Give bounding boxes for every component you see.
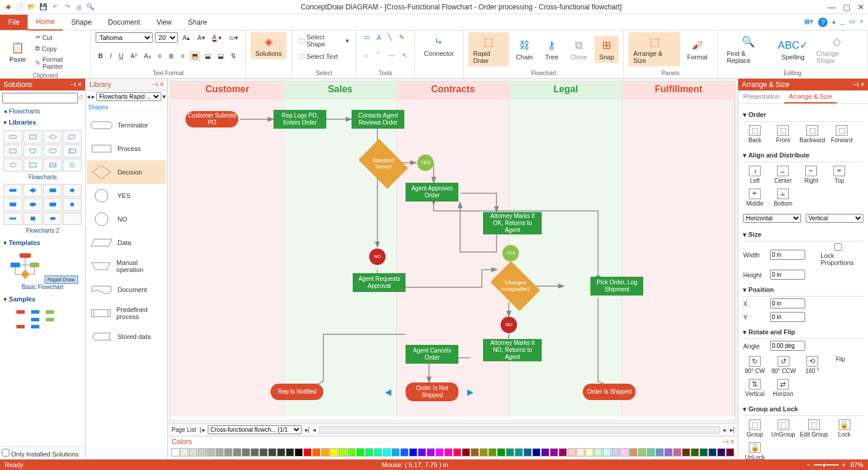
close-icon[interactable]: ✕	[857, 2, 864, 12]
close2-icon[interactable]: ×	[860, 18, 863, 27]
color-swatch[interactable]	[568, 448, 576, 456]
save-icon[interactable]: 💾	[39, 2, 48, 12]
copy-button[interactable]: ⧉Copy	[33, 43, 86, 53]
highlight-icon[interactable]: ▭▾	[227, 33, 241, 43]
clone-button[interactable]: ⧉Clone	[566, 36, 592, 63]
order-forward[interactable]: ⬚Forward	[830, 125, 853, 143]
text-tool-icon[interactable]: A	[374, 33, 383, 42]
node-attorney-ok[interactable]: Attorney Marks It OK, Returns to Agent	[483, 212, 542, 234]
minimize-icon[interactable]: —	[828, 2, 836, 12]
distribute-vertical[interactable]: Vertical	[806, 214, 863, 223]
rotate-cw[interactable]: ↻90° CW	[743, 356, 766, 374]
color-swatch[interactable]	[488, 448, 497, 456]
only-installed-checkbox[interactable]: Only Installed Solutions	[2, 451, 79, 458]
color-swatch[interactable]	[471, 448, 479, 456]
lib-document[interactable]: Document	[87, 278, 166, 301]
color-swatch[interactable]	[356, 448, 364, 456]
color-swatch[interactable]	[585, 448, 593, 456]
node-contacts-agent[interactable]: Contacts Agent Reviews Order	[352, 110, 404, 129]
node-agent-cancels[interactable]: Agent Cancels Order	[406, 345, 458, 364]
rect-tool-icon[interactable]: ▭	[362, 32, 372, 42]
horizontal-scrollbar[interactable]	[319, 427, 720, 434]
template-thumb[interactable]: Rapid Draw Basic Flowchart	[2, 252, 83, 290]
chain-button[interactable]: ⛓Chain	[511, 36, 538, 63]
color-swatch[interactable]	[647, 448, 655, 456]
sample-thumb[interactable]	[5, 307, 80, 332]
close-panel-icon[interactable]: ×	[77, 80, 82, 89]
color-swatch[interactable]	[638, 448, 646, 456]
arc-tool-icon[interactable]: ⌒	[373, 50, 384, 61]
color-swatches[interactable]	[168, 447, 738, 458]
valign-mid-button[interactable]: ⬓	[202, 51, 213, 61]
unlock-button[interactable]: 🔓UnLock	[743, 442, 766, 459]
color-swatch[interactable]	[207, 448, 215, 456]
color-swatch[interactable]	[629, 448, 637, 456]
pin-icon[interactable]: ⊣	[70, 80, 76, 89]
color-swatch[interactable]	[717, 448, 725, 456]
flowcharts-caption[interactable]: Flowcharts	[2, 174, 83, 180]
grow-font-icon[interactable]: A▴	[180, 33, 192, 43]
distribute-horizontal[interactable]: Horizontal	[743, 214, 801, 223]
tab-home[interactable]: Home	[28, 14, 63, 31]
nav-back-icon[interactable]: ◂	[87, 93, 90, 100]
node-rep-logs[interactable]: Rep Logs PO, Enters Order	[273, 110, 326, 129]
pin-icon[interactable]: ⊣	[853, 80, 859, 89]
edit-group-button[interactable]: ⬚Edit Group	[800, 419, 828, 438]
tab-document[interactable]: Document	[100, 15, 148, 30]
color-swatch[interactable]	[435, 448, 444, 456]
new-icon[interactable]: 📄	[15, 2, 25, 12]
node-attorney-no[interactable]: Attorney Marks It NO, Returns to Agent	[483, 339, 542, 361]
color-swatch[interactable]	[673, 448, 681, 456]
color-swatch[interactable]	[497, 448, 505, 456]
tab-shape[interactable]: Shape	[63, 15, 100, 30]
color-swatch[interactable]	[664, 448, 673, 456]
undo-icon[interactable]: ↶	[50, 2, 60, 12]
color-swatch[interactable]	[242, 448, 250, 456]
color-swatch[interactable]	[559, 448, 567, 456]
zoom-out-icon[interactable]: −	[806, 461, 810, 468]
color-swatch[interactable]	[708, 448, 717, 456]
color-swatch[interactable]	[541, 448, 549, 456]
node-rep-notified[interactable]: Rep Is Notified	[271, 384, 323, 400]
flowcharts2-grid[interactable]	[4, 184, 82, 225]
nav-fwd-icon[interactable]: ▸	[92, 93, 95, 100]
underline-button[interactable]: U	[116, 51, 126, 61]
tab-view[interactable]: View	[148, 15, 180, 30]
node-agent-requests[interactable]: Agent Requests Approval	[353, 273, 406, 292]
tree-button[interactable]: ⚷Tree	[540, 36, 563, 63]
color-swatch[interactable]	[594, 448, 602, 456]
angle-input[interactable]	[770, 341, 805, 351]
color-swatch[interactable]	[453, 448, 461, 456]
color-swatch[interactable]	[347, 448, 356, 456]
cut-button[interactable]: ✂Cut	[33, 32, 86, 42]
color-swatch[interactable]	[189, 448, 197, 456]
order-back[interactable]: ⬚Back	[743, 125, 766, 143]
color-swatch[interactable]	[268, 448, 276, 456]
node-pick-order[interactable]: Pick Order, Log Shipment	[590, 277, 643, 296]
lib-decision[interactable]: Decision	[87, 160, 166, 184]
page-scroll-right-icon[interactable]: ▸	[724, 427, 727, 433]
color-swatch[interactable]	[365, 448, 373, 456]
group-header[interactable]: Group and Lock	[748, 405, 798, 412]
lib-stored-data[interactable]: Stored data	[87, 325, 166, 348]
page-first-icon[interactable]: |◂	[200, 427, 204, 433]
lib-process[interactable]: Process	[87, 137, 166, 160]
flip-horizontal[interactable]: ⇄Horizon	[771, 379, 795, 397]
connector-button[interactable]: ⤷Connector	[420, 32, 459, 59]
color-swatch[interactable]	[277, 448, 285, 456]
order-backward[interactable]: ⬚Backward	[799, 125, 825, 143]
italic-button[interactable]: I	[107, 51, 114, 61]
color-swatch[interactable]	[374, 448, 382, 456]
lib-data[interactable]: Data	[87, 231, 166, 254]
subscript-button[interactable]: A₂	[141, 51, 153, 61]
home-icon[interactable]: ⌂	[79, 93, 83, 106]
color-swatch[interactable]	[656, 448, 664, 456]
align-left-button[interactable]: ≡	[156, 51, 164, 61]
align-right-button[interactable]: ≡	[178, 51, 187, 61]
valign-bot-button[interactable]: ⬓	[215, 51, 226, 61]
font-color-icon[interactable]: A▾	[210, 32, 224, 43]
color-swatch[interactable]	[339, 448, 347, 456]
color-swatch[interactable]	[700, 448, 708, 456]
curve-tool-icon[interactable]: 〰	[386, 51, 397, 61]
align-bottom[interactable]: ⫨Bottom	[771, 189, 795, 207]
